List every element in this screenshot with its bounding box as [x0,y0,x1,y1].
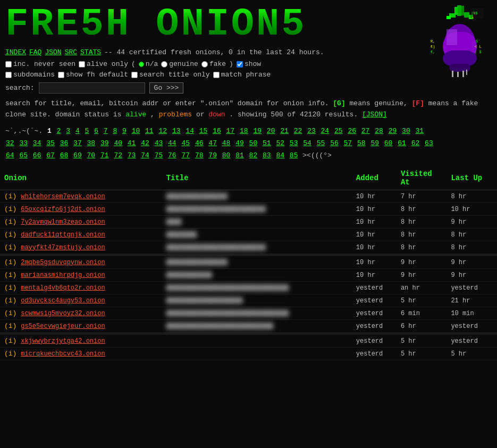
info-link[interactable]: (i) [4,309,16,317]
match-phrase-checkbox[interactable] [213,72,220,78]
page-2[interactable]: 2 [57,127,61,135]
page-7[interactable]: 7 [104,127,108,135]
page-27[interactable]: 27 [361,127,370,135]
onion-link[interactable]: xkjwwybrzjytga42.onion [21,337,105,345]
page-20[interactable]: 20 [267,127,275,135]
alive-only-option[interactable]: alive only [79,60,128,68]
page-17[interactable]: 17 [226,127,235,135]
page-29[interactable]: 29 [389,127,397,135]
page-54[interactable]: 54 [303,139,311,147]
page-38[interactable]: 38 [87,139,96,147]
page-76[interactable]: 76 [168,151,176,159]
search-input[interactable] [39,82,145,94]
page-77[interactable]: 77 [181,151,190,159]
onion-link[interactable]: marianasmihrpdjg.onion [21,272,105,279]
page-12[interactable]: 12 [158,127,167,135]
page-24[interactable]: 24 [321,127,330,135]
show-checkbox[interactable] [237,61,243,67]
page-13[interactable]: 13 [172,127,181,135]
inc-never-seen-option[interactable]: inc. never seen [5,60,75,68]
page-69[interactable]: 69 [73,151,82,159]
info-link[interactable]: (i) [4,258,16,266]
page-9[interactable]: 9 [122,127,127,135]
page-46[interactable]: 46 [195,139,204,147]
page-25[interactable]: 25 [334,127,343,135]
page-50[interactable]: 50 [249,139,258,147]
page-33[interactable]: 33 [19,139,28,147]
nav-index[interactable]: INDEX [5,48,26,56]
page-42[interactable]: 42 [141,139,149,147]
page-62[interactable]: 62 [411,139,420,147]
page-11[interactable]: 11 [145,127,154,135]
page-47[interactable]: 47 [208,139,217,147]
page-44[interactable]: 44 [168,139,176,147]
show-fh-checkbox[interactable] [58,72,64,78]
page-36[interactable]: 36 [60,139,69,147]
radio-genuine-input[interactable] [161,61,167,67]
radio-na-option[interactable]: n/a [139,60,158,68]
page-18[interactable]: 18 [240,127,248,135]
page-30[interactable]: 30 [402,127,410,135]
page-26[interactable]: 26 [348,127,356,135]
page-82[interactable]: 82 [249,151,258,159]
page-84[interactable]: 84 [276,151,284,159]
page-59[interactable]: 59 [370,139,379,147]
page-67[interactable]: 67 [46,151,55,159]
page-41[interactable]: 41 [128,139,136,147]
page-74[interactable]: 74 [141,151,149,159]
info-link[interactable]: (i) [4,218,16,226]
page-60[interactable]: 60 [384,139,393,147]
onion-link[interactable]: gs5e5ecvwgiejeur.onion [21,323,105,330]
page-15[interactable]: 15 [199,127,208,135]
page-31[interactable]: 31 [416,127,424,135]
json-results-link[interactable]: [JSON] [362,111,387,119]
page-58[interactable]: 58 [357,139,366,147]
page-34[interactable]: 34 [33,139,41,147]
page-37[interactable]: 37 [73,139,82,147]
info-link[interactable]: (i) [4,231,16,239]
info-link[interactable]: (i) [4,284,16,292]
page-16[interactable]: 16 [213,127,221,135]
info-link[interactable]: (i) [4,337,16,345]
search-title-option[interactable]: search title only [131,71,210,79]
info-link[interactable]: (i) [4,192,16,200]
page-40[interactable]: 40 [114,139,122,147]
page-32[interactable]: 32 [6,139,14,147]
page-64[interactable]: 64 [6,151,14,159]
page-75[interactable]: 75 [155,151,163,159]
radio-genuine-option[interactable]: genuine [161,60,198,68]
page-51[interactable]: 51 [263,139,271,147]
subdomains-option[interactable]: subdomains [5,71,55,79]
page-48[interactable]: 48 [222,139,231,147]
info-link[interactable]: (i) [4,297,16,305]
onion-link[interactable]: 7y2avmqwlnm3zeao.onion [21,218,105,226]
page-85[interactable]: 85 [290,151,298,159]
page-22[interactable]: 22 [294,127,302,135]
nav-src[interactable]: SRC [65,48,77,56]
nav-stats[interactable]: STATS [80,48,101,56]
info-link[interactable]: (i) [4,243,16,251]
alive-only-checkbox[interactable] [79,61,85,67]
page-5[interactable]: 5 [85,127,89,135]
page-28[interactable]: 28 [375,127,383,135]
page-66[interactable]: 66 [33,151,41,159]
page-81[interactable]: 81 [235,151,244,159]
info-link[interactable]: (i) [4,271,16,279]
onion-link[interactable]: micrqkuechbcvc43.onion [21,350,105,358]
info-link[interactable]: (i) [4,350,16,358]
onion-link[interactable]: 65oxcqizfo6jj2dt.onion [21,206,105,213]
page-45[interactable]: 45 [181,139,190,147]
radio-fake-option[interactable]: fake [201,60,226,68]
subdomains-checkbox[interactable] [5,72,12,78]
page-19[interactable]: 19 [253,127,262,135]
page-73[interactable]: 73 [128,151,136,159]
page-35[interactable]: 35 [46,139,55,147]
show-option[interactable]: show [237,60,261,68]
match-phrase-option[interactable]: match phrase [213,71,271,79]
page-68[interactable]: 68 [60,151,69,159]
page-80[interactable]: 80 [222,151,231,159]
nav-faq[interactable]: FAQ [29,48,41,56]
page-39[interactable]: 39 [100,139,109,147]
page-65[interactable]: 65 [19,151,28,159]
page-52[interactable]: 52 [276,139,284,147]
